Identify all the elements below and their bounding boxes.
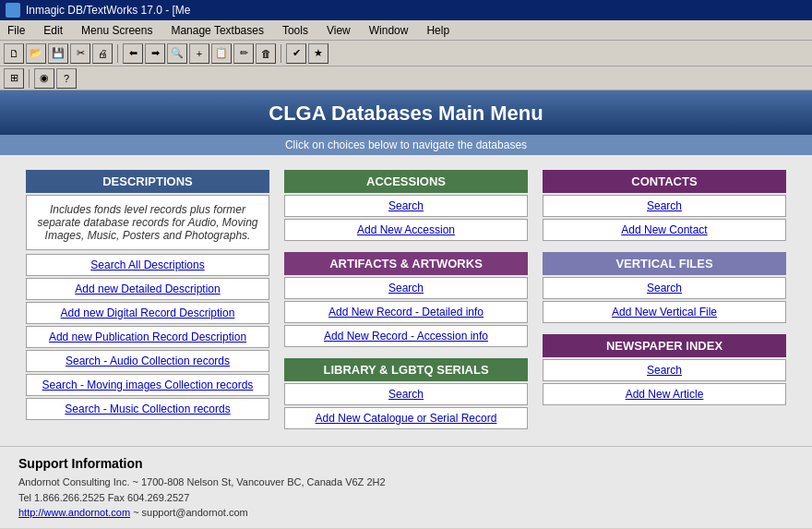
contacts-header: CONTACTS: [543, 170, 786, 193]
menu-textbases[interactable]: Manage Textbases: [167, 23, 268, 38]
accessions-header: ACCESSIONS: [284, 170, 528, 193]
artifacts-search-link[interactable]: Search: [284, 277, 528, 299]
support-section: Support Information Andornot Consulting …: [0, 446, 812, 528]
support-url[interactable]: http://www.andornot.com: [18, 507, 130, 518]
menu-tools[interactable]: Tools: [279, 23, 312, 38]
menu-window[interactable]: Window: [365, 23, 412, 38]
newspaper-header: NEWSPAPER INDEX: [543, 334, 786, 357]
search-all-descriptions-link[interactable]: Search All Descriptions: [26, 254, 269, 276]
support-line1: Andornot Consulting Inc. ~ 1700-808 Nels…: [18, 475, 794, 490]
toolbar-btn-10[interactable]: 📋: [211, 43, 232, 64]
toolbar-btn-14[interactable]: ★: [308, 43, 328, 64]
toolbar-btn-1[interactable]: 🗋: [4, 43, 24, 64]
add-publication-record-link[interactable]: Add new Publication Record Description: [26, 326, 269, 348]
toolbar-btn-5[interactable]: 🖨: [92, 43, 113, 64]
main-header: CLGA Databases Main Menu: [0, 90, 812, 135]
artifacts-header: ARTIFACTS & ARTWORKS: [284, 252, 528, 275]
toolbar-sep-3: [29, 69, 30, 88]
sub-header: Click on choices below to navigate the d…: [0, 135, 812, 155]
toolbar-btn-17[interactable]: ?: [56, 68, 77, 89]
toolbar-sep-1: [117, 44, 118, 63]
descriptions-column: DESCRIPTIONS Includes fonds level record…: [18, 170, 277, 431]
add-detailed-description-link[interactable]: Add new Detailed Description: [26, 278, 269, 300]
menu-screens[interactable]: Menu Screens: [78, 23, 156, 38]
newspaper-search-link[interactable]: Search: [543, 359, 786, 381]
menu-file[interactable]: File: [4, 23, 29, 38]
app-icon: [6, 3, 20, 18]
toolbar-btn-11[interactable]: ✏: [233, 43, 254, 64]
support-email: ~ support@andornot.com: [133, 507, 248, 518]
verticalfiles-header: VERTICAL FILES: [543, 252, 786, 275]
accessions-search-link[interactable]: Search: [284, 195, 528, 217]
verticalfiles-search-link[interactable]: Search: [543, 277, 786, 299]
toolbar-btn-4[interactable]: ✂: [70, 43, 90, 64]
library-header: LIBRARY & LGBTQ SERIALS: [284, 358, 528, 381]
support-line3: http://www.andornot.com ~ support@andorn…: [18, 505, 794, 521]
right-column: CONTACTS Search Add New Contact VERTICAL…: [535, 170, 794, 431]
search-audio-link[interactable]: Search - Audio Collection records: [26, 350, 269, 372]
middle-column: ACCESSIONS Search Add New Accession ARTI…: [277, 170, 535, 431]
toolbar-btn-12[interactable]: 🗑: [256, 43, 276, 64]
menu-bar: File Edit Menu Screens Manage Textbases …: [0, 20, 812, 41]
library-search-link[interactable]: Search: [284, 383, 528, 405]
toolbar-sep-2: [281, 44, 281, 63]
search-music-link[interactable]: Search - Music Collection records: [26, 398, 269, 420]
toolbar-btn-6[interactable]: ⬅: [123, 43, 143, 64]
toolbar-btn-3[interactable]: 💾: [48, 43, 68, 64]
toolbar-btn-9[interactable]: +: [189, 43, 209, 64]
menu-help[interactable]: Help: [423, 23, 453, 38]
descriptions-description: Includes fonds level records plus former…: [26, 195, 269, 250]
content-area: CLGA Databases Main Menu Click on choice…: [0, 90, 812, 528]
search-moving-images-link[interactable]: Search - Moving images Collection record…: [26, 374, 269, 396]
toolbar-btn-2[interactable]: 📂: [26, 43, 46, 64]
main-grid: DESCRIPTIONS Includes fonds level record…: [0, 155, 812, 446]
add-digital-record-link[interactable]: Add new Digital Record Description: [26, 302, 269, 324]
accessions-add-link[interactable]: Add New Accession: [284, 219, 528, 241]
artifacts-add-detailed-link[interactable]: Add New Record - Detailed info: [284, 301, 528, 323]
newspaper-add-link[interactable]: Add New Article: [543, 383, 786, 405]
descriptions-header: DESCRIPTIONS: [26, 170, 269, 193]
support-title: Support Information: [18, 456, 794, 471]
menu-view[interactable]: View: [323, 23, 354, 38]
toolbar-btn-7[interactable]: ➡: [145, 43, 165, 64]
sub-title: Click on choices below to navigate the d…: [285, 138, 527, 151]
support-line2: Tel 1.866.266.2525 Fax 604.269.2527: [18, 490, 794, 506]
toolbar-1: 🗋 📂 💾 ✂ 🖨 ⬅ ➡ 🔍 + 📋 ✏ 🗑 ✔ ★: [0, 41, 812, 66]
main-title: CLGA Databases Main Menu: [269, 102, 543, 125]
verticalfiles-add-link[interactable]: Add New Vertical File: [543, 301, 786, 323]
toolbar-btn-15[interactable]: ⊞: [4, 68, 24, 89]
library-add-link[interactable]: Add New Catalogue or Serial Record: [284, 407, 528, 429]
menu-edit[interactable]: Edit: [40, 23, 66, 38]
contacts-search-link[interactable]: Search: [543, 195, 786, 217]
artifacts-add-accession-link[interactable]: Add New Record - Accession info: [284, 325, 528, 347]
toolbar-2: ⊞ ◉ ?: [0, 66, 812, 90]
contacts-add-link[interactable]: Add New Contact: [543, 219, 786, 241]
title-bar-text: Inmagic DB/TextWorks 17.0 - [Me: [26, 4, 191, 17]
toolbar-btn-8[interactable]: 🔍: [167, 43, 187, 64]
toolbar-btn-16[interactable]: ◉: [34, 68, 54, 89]
toolbar-btn-13[interactable]: ✔: [286, 43, 306, 64]
title-bar: Inmagic DB/TextWorks 17.0 - [Me: [0, 0, 812, 20]
